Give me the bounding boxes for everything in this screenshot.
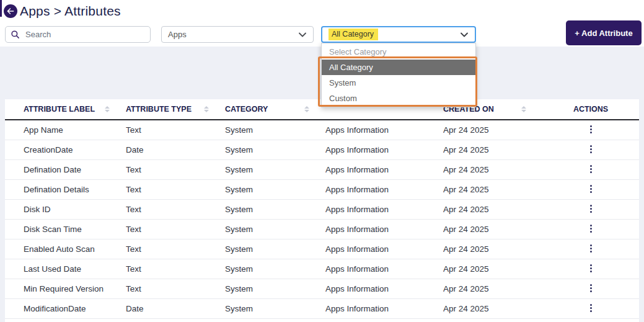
table-cell: Text — [126, 220, 225, 239]
category-select-value: All Category — [329, 29, 378, 40]
sort-icon[interactable] — [105, 106, 110, 112]
add-attribute-button[interactable]: + Add Attribute — [566, 20, 642, 45]
table-cell: Min Required Version — [5, 279, 126, 299]
table-cell: Defination Details — [5, 180, 126, 200]
column-label: ATTRIBUTE TYPE — [126, 105, 192, 114]
row-actions-kebab-icon[interactable] — [586, 163, 596, 176]
table-cell: Apps Information — [325, 120, 443, 140]
table-cell: Apr 24 2025 — [443, 259, 542, 279]
row-actions-kebab-icon[interactable] — [586, 282, 596, 295]
table-cell: Text — [126, 180, 225, 200]
table-cell-actions — [542, 220, 639, 239]
table-cell: Apps Information — [325, 200, 443, 220]
page-header: Apps > Attributes — [4, 4, 121, 19]
category-dropdown-list: Select CategoryAll CategorySystemCustom — [321, 43, 476, 107]
table-cell: System — [225, 200, 325, 220]
table-row: Defination DateTextSystemApps Informatio… — [5, 160, 639, 180]
back-button[interactable] — [4, 4, 17, 18]
table-cell: Apps Information — [325, 299, 443, 319]
table-cell: Last Used Date — [5, 259, 126, 279]
column-label: ATTRIBUTE LABEL — [24, 105, 95, 114]
table-cell: System — [225, 160, 325, 180]
table-cell: Apr 24 2025 — [443, 140, 542, 160]
category-select[interactable]: All Category — [321, 26, 476, 43]
column-label: ACTIONS — [573, 105, 608, 114]
row-actions-kebab-icon[interactable] — [586, 262, 596, 275]
table-row: CreationDateDateSystemApps InformationAp… — [5, 140, 639, 160]
dropdown-option-placeholder: Select Category — [322, 44, 475, 60]
dropdown-option-system[interactable]: System — [322, 75, 475, 91]
sort-icon[interactable] — [521, 106, 526, 112]
table-cell: Apr 24 2025 — [443, 220, 542, 239]
table-cell: Apps Information — [325, 140, 443, 160]
table-row: Min Required VersionTextSystemApps Infor… — [5, 279, 639, 299]
table-cell-actions — [542, 180, 639, 200]
sort-icon[interactable] — [304, 106, 309, 112]
attributes-table: ATTRIBUTE LABELATTRIBUTE TYPECATEGORYCRE… — [5, 99, 639, 319]
table-cell: Text — [126, 200, 225, 220]
table-cell: Defination Date — [5, 160, 126, 180]
table-cell: Apr 24 2025 — [443, 160, 542, 180]
search-input[interactable] — [5, 26, 151, 43]
table-cell: Text — [126, 259, 225, 279]
table-cell-actions — [542, 299, 639, 319]
table-row: Defination DetailsTextSystemApps Informa… — [5, 180, 639, 200]
attributes-page: Apps > Attributes Apps All Category + Ad… — [0, 0, 644, 322]
table-cell: System — [225, 279, 325, 299]
sidebar-edge — [0, 0, 2, 17]
search-icon — [11, 30, 20, 39]
table-cell: Apps Information — [325, 180, 443, 200]
table-cell: Apr 24 2025 — [443, 200, 542, 220]
column-header-actions: ACTIONS — [542, 99, 639, 120]
table-cell: Text — [126, 120, 225, 140]
table-cell: System — [225, 220, 325, 239]
table-row: App NameTextSystemApps InformationApr 24… — [5, 120, 639, 140]
row-actions-kebab-icon[interactable] — [586, 242, 596, 255]
table-cell: CreationDate — [5, 140, 126, 160]
apps-select[interactable]: Apps — [161, 26, 314, 43]
table-cell-actions — [542, 239, 639, 259]
table-cell: Text — [126, 279, 225, 299]
table-cell: Apr 24 2025 — [443, 239, 542, 259]
table-cell: Apr 24 2025 — [443, 120, 542, 140]
row-actions-kebab-icon[interactable] — [586, 123, 596, 136]
table-cell: ModificationDate — [5, 299, 126, 319]
table-cell-actions — [542, 259, 639, 279]
table-cell: Date — [126, 299, 225, 319]
row-actions-kebab-icon[interactable] — [586, 143, 596, 156]
column-header-attribute-label[interactable]: ATTRIBUTE LABEL — [5, 99, 126, 120]
dropdown-option-custom[interactable]: Custom — [322, 91, 475, 106]
table-cell: Date — [126, 140, 225, 160]
table-row: Enabled Auto ScanTextSystemApps Informat… — [5, 239, 639, 259]
column-header-attribute-type[interactable]: ATTRIBUTE TYPE — [126, 99, 225, 120]
table-cell: Apps Information — [325, 259, 443, 279]
apps-select-value: Apps — [168, 30, 187, 39]
table-cell: Apps Information — [325, 279, 443, 299]
column-header-category[interactable]: CATEGORY — [225, 99, 325, 120]
row-actions-kebab-icon[interactable] — [586, 302, 596, 315]
search-box — [5, 26, 151, 43]
table-cell-actions — [542, 160, 639, 180]
table-cell-actions — [542, 140, 639, 160]
table-cell: System — [225, 299, 325, 319]
table-cell: Apps Information — [325, 239, 443, 259]
table-cell-actions — [542, 200, 639, 220]
row-actions-kebab-icon[interactable] — [586, 202, 596, 215]
table-cell: System — [225, 140, 325, 160]
table-row: ModificationDateDateSystemApps Informati… — [5, 299, 639, 319]
table-cell: Enabled Auto Scan — [5, 239, 126, 259]
row-actions-kebab-icon[interactable] — [586, 222, 596, 235]
table-cell: System — [225, 239, 325, 259]
table-cell: System — [225, 180, 325, 200]
table-cell: Apr 24 2025 — [443, 299, 542, 319]
row-actions-kebab-icon[interactable] — [586, 182, 596, 195]
table-cell: Text — [126, 160, 225, 180]
table-cell: Disk Scan Time — [5, 220, 126, 239]
table-cell: System — [225, 120, 325, 140]
attributes-table-card: ATTRIBUTE LABELATTRIBUTE TYPECATEGORYCRE… — [5, 99, 639, 322]
chevron-down-icon — [460, 32, 469, 38]
dropdown-option-all-category[interactable]: All Category — [322, 60, 475, 75]
table-cell: Disk ID — [5, 200, 126, 220]
sort-icon[interactable] — [204, 106, 209, 112]
table-row: Disk IDTextSystemApps InformationApr 24 … — [5, 200, 639, 220]
